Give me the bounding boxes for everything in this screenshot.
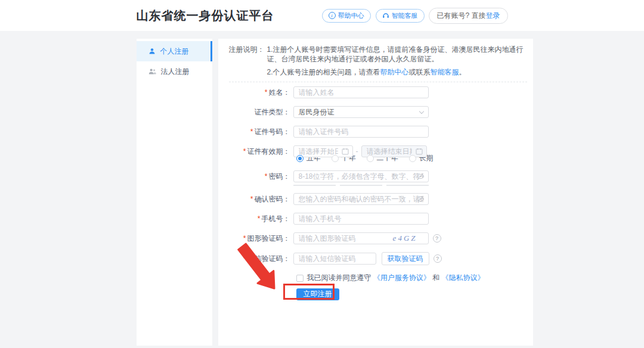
chevron-down-icon: [419, 108, 423, 113]
validity-label: *证件有效期：: [229, 147, 293, 157]
registration-form-card: 注册说明： 1.注册个人账号时需要填写证件信息，请提前准备身份证、港澳居民往来内…: [218, 39, 533, 346]
cert-type-label: 证件类型：: [229, 107, 293, 117]
headset-icon: [382, 12, 389, 19]
active-indicator-bar: [210, 41, 212, 61]
cert-no-label: *证件号码：: [229, 127, 293, 137]
user-service-agreement-link[interactable]: 《用户服务协议》: [373, 274, 431, 282]
toggle-password-visibility-icon[interactable]: [416, 173, 425, 180]
registration-notice: 注册说明： 1.注册个人账号时需要填写证件信息，请提前准备身份证、港澳居民往来内…: [229, 45, 528, 77]
person-icon: [148, 48, 156, 55]
agreement-text: 我已阅读并同意遵守 《用户服务协议》 和 《隐私协议》: [307, 273, 485, 283]
password-strength-bars: [293, 185, 429, 186]
confirm-password-label: *确认密码：: [229, 194, 293, 204]
sms-help-icon[interactable]: ?: [434, 254, 442, 263]
name-label: *姓名：: [229, 88, 293, 98]
password-input[interactable]: [293, 170, 429, 182]
sms-code-input[interactable]: [293, 253, 376, 265]
captcha-help-icon[interactable]: ?: [433, 234, 441, 243]
mobile-input[interactable]: [293, 213, 429, 225]
captcha-image[interactable]: e4GZ: [393, 234, 417, 243]
get-sms-code-button[interactable]: 获取验证码: [382, 252, 429, 265]
captcha-label: *图形验证码：: [229, 234, 293, 244]
notice-label: 注册说明：: [229, 45, 265, 77]
radio-selected-icon: [296, 155, 304, 162]
cert-type-select[interactable]: 居民身份证: [293, 106, 429, 118]
notice-line-2: 2.个人账号注册的相关问题，请查看帮助中心或联系智能客服。: [267, 67, 528, 77]
name-input[interactable]: [293, 86, 429, 98]
privacy-agreement-link[interactable]: 《隐私协议》: [442, 274, 485, 282]
info-icon: i: [329, 12, 336, 19]
header: 山东省统一身份认证平台 i 帮助中心 智能客服 已有账号? 直接登录: [0, 0, 644, 31]
sidebar-item-personal-register[interactable]: 个人注册: [137, 41, 212, 61]
password-label: *密码：: [229, 172, 293, 182]
login-button[interactable]: 已有账号? 直接登录: [429, 8, 507, 24]
help-center-link[interactable]: 帮助中心: [380, 68, 409, 76]
date-range-separator: -: [356, 147, 358, 156]
agreement-checkbox[interactable]: [296, 275, 304, 282]
sidebar: 个人注册 法人注册: [137, 39, 212, 346]
sidebar-item-legal-register[interactable]: 法人注册: [137, 61, 212, 82]
login-link[interactable]: 登录: [486, 11, 500, 20]
page: 山东省统一身份认证平台 i 帮助中心 智能客服 已有账号? 直接登录: [0, 0, 644, 348]
help-center-button[interactable]: i 帮助中心: [322, 9, 371, 23]
annotation-arrow-icon: [237, 242, 285, 296]
notice-line-1: 1.注册个人账号时需要填写证件信息，请提前准备身份证、港澳居民往来内地通行证、台…: [267, 45, 528, 64]
radio-icon: [367, 155, 374, 162]
radio-icon: [332, 155, 339, 162]
register-now-button[interactable]: 立即注册: [296, 288, 339, 300]
page-title: 山东省统一身份认证平台: [137, 8, 274, 24]
agreement-row: 我已阅读并同意遵守 《用户服务协议》 和 《隐私协议》: [296, 273, 528, 283]
sms-code-label: *短信验证码：: [229, 254, 293, 264]
cert-no-input[interactable]: [293, 126, 429, 138]
confirm-password-input[interactable]: [293, 193, 429, 205]
toggle-password-visibility-icon[interactable]: [416, 195, 425, 203]
smart-service-button[interactable]: 智能客服: [376, 9, 425, 23]
radio-icon: [409, 155, 416, 162]
dashed-divider: [229, 82, 527, 82]
organization-icon: [148, 68, 156, 75]
mobile-label: *手机号：: [229, 214, 293, 224]
smart-service-link[interactable]: 智能客服: [431, 68, 459, 76]
